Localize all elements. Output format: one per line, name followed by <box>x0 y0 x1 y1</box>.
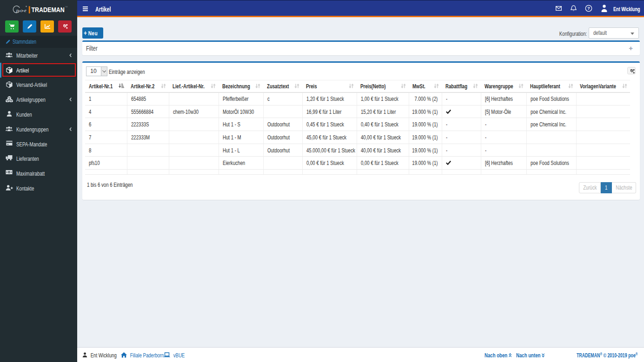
svg-text:TRADEMAN: TRADEMAN <box>31 6 64 13</box>
svg-text:o: o <box>20 7 23 13</box>
svg-text:TM: TM <box>65 6 68 8</box>
svg-text:?: ? <box>587 6 590 11</box>
svg-text:p: p <box>16 7 19 13</box>
svg-text:e: e <box>24 7 27 13</box>
